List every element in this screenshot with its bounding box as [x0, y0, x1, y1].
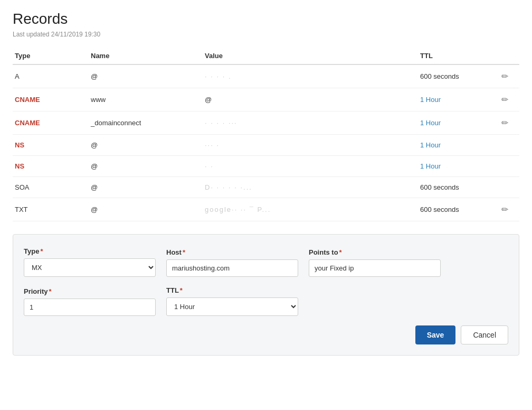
col-header-type: Type — [13, 48, 89, 64]
page-title: Records — [13, 11, 519, 27]
record-ttl: 1 Hour — [418, 156, 494, 177]
table-row: CNAMEwww@1 Hour — [13, 88, 519, 111]
record-name: @ — [89, 198, 203, 221]
record-ttl: 1 Hour — [418, 111, 494, 135]
record-value: google·· ·· ¯ P... — [203, 198, 418, 221]
record-type: CNAME — [13, 88, 89, 111]
table-row: TXT@google·· ·· ¯ P...600 seconds — [13, 198, 519, 221]
record-name: @ — [89, 64, 203, 88]
table-row: CNAME_domainconnect· · · · ···1 Hour — [13, 111, 519, 135]
cancel-button[interactable]: Cancel — [461, 325, 508, 344]
table-row: NS@· ·1 Hour — [13, 156, 519, 177]
record-type: CNAME — [13, 111, 89, 135]
record-action[interactable] — [494, 64, 519, 88]
table-row: A@· · · · .600 seconds — [13, 64, 519, 88]
last-updated: Last updated 24/11/2019 19:30 — [13, 31, 519, 38]
edit-icon[interactable] — [501, 205, 508, 214]
record-ttl: 600 seconds — [418, 177, 494, 198]
save-button[interactable]: Save — [415, 325, 456, 344]
record-type: NS — [13, 156, 89, 177]
record-action[interactable] — [494, 111, 519, 135]
record-value: @ — [203, 88, 418, 111]
record-ttl: 1 Hour — [418, 135, 494, 156]
host-input[interactable] — [166, 259, 298, 277]
record-name: @ — [89, 177, 203, 198]
record-type: SOA — [13, 177, 89, 198]
edit-icon[interactable] — [501, 118, 508, 127]
record-ttl: 1 Hour — [418, 88, 494, 111]
table-row: SOA@D· · · · · ·...600 seconds — [13, 177, 519, 198]
record-ttl: 600 seconds — [418, 198, 494, 221]
record-name: @ — [89, 135, 203, 156]
record-action — [494, 177, 519, 198]
ttl-label: TTL* — [166, 286, 298, 294]
type-label: Type* — [24, 247, 156, 255]
ttl-select[interactable]: 1/2 Hour1 Hour2 Hours4 Hours8 Hours12 Ho… — [166, 297, 298, 316]
record-name: @ — [89, 156, 203, 177]
host-label: Host* — [166, 248, 298, 256]
record-action[interactable] — [494, 198, 519, 221]
record-action[interactable] — [494, 88, 519, 111]
records-table: Type Name Value TTL A@· · · · .600 secon… — [13, 48, 519, 221]
edit-icon[interactable] — [501, 72, 508, 81]
points-to-input[interactable] — [309, 259, 441, 277]
col-header-value: Value — [203, 48, 418, 64]
col-header-action — [494, 48, 519, 64]
record-name: _domainconnect — [89, 111, 203, 135]
points-label: Points to* — [309, 248, 441, 256]
record-form: Type* AAAAACNAMEMXNSSOATXT Host* Points … — [13, 234, 519, 356]
edit-icon[interactable] — [501, 95, 508, 104]
col-header-ttl: TTL — [418, 48, 494, 64]
record-type: A — [13, 64, 89, 88]
record-action — [494, 156, 519, 177]
record-value: D· · · · · ·... — [203, 177, 418, 198]
record-name: www — [89, 88, 203, 111]
col-header-name: Name — [89, 48, 203, 64]
table-row: NS@··· ·1 Hour — [13, 135, 519, 156]
type-select[interactable]: AAAAACNAMEMXNSSOATXT — [24, 258, 156, 277]
record-type: TXT — [13, 198, 89, 221]
record-action — [494, 135, 519, 156]
record-value: · · — [203, 156, 418, 177]
record-value: ··· · — [203, 135, 418, 156]
record-value: · · · · ··· — [203, 111, 418, 135]
record-ttl: 600 seconds — [418, 64, 494, 88]
priority-label: Priority* — [24, 287, 156, 295]
priority-input[interactable] — [24, 299, 156, 316]
record-value: · · · · . — [203, 64, 418, 88]
record-type: NS — [13, 135, 89, 156]
